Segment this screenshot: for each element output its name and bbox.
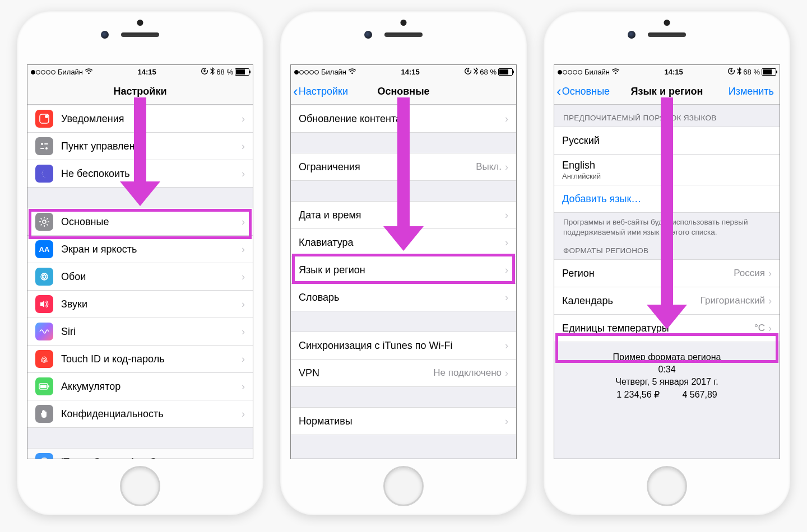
example-time: 0:34 (560, 365, 774, 375)
control-center-icon (35, 137, 53, 155)
chevron-right-icon: › (505, 292, 508, 304)
back-label: Основные (562, 86, 610, 97)
row-temperature-units[interactable]: Единицы температуры °C › (554, 315, 780, 342)
svg-point-7 (43, 220, 46, 223)
example-num1: 1 234,56 ₽ (616, 389, 660, 400)
row-detail: °C (754, 323, 768, 334)
row-itunes[interactable]: A iTunes Store и App Store › (27, 448, 253, 459)
row-vpn[interactable]: VPN Не подключено › (291, 360, 516, 387)
nav-bar: Настройки (27, 78, 253, 105)
row-datetime[interactable]: Дата и время › (291, 201, 516, 229)
row-control-center[interactable]: Пункт управления › (27, 133, 253, 160)
proximity-sensor (664, 20, 670, 26)
row-touchid[interactable]: Touch ID и код-пароль › (27, 346, 253, 373)
row-label: Язык и регион (299, 264, 505, 276)
row-language-region[interactable]: Язык и регион › (291, 256, 516, 284)
home-button[interactable] (383, 466, 424, 506)
chevron-right-icon: › (242, 216, 245, 228)
row-label: Основные (61, 216, 242, 228)
appstore-icon: A (35, 453, 53, 459)
status-time: 14:15 (620, 68, 727, 76)
home-button[interactable] (647, 466, 687, 506)
row-label: Пункт управления (61, 141, 242, 152)
row-detail: Выкл. (476, 161, 505, 172)
battery-icon (498, 68, 513, 76)
svg-rect-0 (204, 70, 206, 72)
chevron-right-icon: › (505, 209, 508, 221)
svg-point-5 (45, 147, 48, 150)
row-general[interactable]: Основные › (27, 208, 253, 236)
row-add-language[interactable]: Добавить язык… (554, 185, 780, 213)
chevron-right-icon: › (242, 244, 245, 255)
row-wallpaper[interactable]: Обои › (27, 263, 253, 291)
row-content-update[interactable]: Обновление контента › (291, 105, 516, 133)
svg-line-14 (41, 224, 42, 225)
chevron-right-icon: › (242, 113, 245, 125)
rotation-lock-icon (464, 67, 472, 77)
display-icon: AA (35, 240, 53, 258)
row-notifications[interactable]: Уведомления › (27, 105, 253, 133)
chevron-right-icon: › (768, 323, 772, 334)
row-label: Регион (562, 268, 734, 279)
row-battery[interactable]: Аккумулятор › (27, 373, 253, 400)
chevron-right-icon: › (768, 268, 772, 279)
row-region[interactable]: Регион Россия › (554, 259, 780, 287)
screen-language-region: Билайн 14:15 68 % ‹ Основные Язык и реги… (554, 64, 780, 459)
home-button[interactable] (120, 466, 160, 506)
row-label: Русский (562, 135, 772, 147)
edit-button[interactable]: Изменить (729, 86, 780, 97)
siri-icon (35, 323, 53, 340)
bluetooth-icon (474, 67, 478, 77)
section-header-languages: ПРЕДПОЧИТАЕМЫЙ ПОРЯДОК ЯЗЫКОВ (554, 105, 780, 127)
sounds-icon (35, 295, 53, 313)
signal-dots-icon (558, 68, 583, 76)
svg-rect-4 (44, 143, 48, 144)
example-num2: 4 567,89 (682, 390, 717, 400)
row-itunes-sync[interactable]: Синхронизация с iTunes по Wi-Fi › (291, 332, 516, 360)
row-label: Siri (61, 326, 242, 338)
status-bar: Билайн 14:15 68 % (554, 65, 780, 78)
svg-line-12 (41, 218, 42, 220)
chevron-left-icon: ‹ (293, 84, 298, 99)
region-format-example: Пример формата региона 0:34 Четверг, 5 я… (554, 342, 780, 410)
chevron-right-icon: › (242, 141, 245, 152)
back-button[interactable]: ‹ Настройки (291, 84, 348, 99)
row-display[interactable]: AA Экран и яркость › (27, 236, 253, 263)
example-date: Четверг, 5 января 2017 г. (560, 377, 774, 387)
nav-bar: ‹ Основные Язык и регион Изменить (554, 78, 780, 105)
row-label: English Английский (562, 160, 772, 180)
row-language-english[interactable]: English Английский (554, 155, 780, 185)
carrier-label: Билайн (58, 68, 83, 76)
row-label: Дата и время (299, 209, 505, 221)
chevron-right-icon: › (242, 381, 245, 393)
row-sounds[interactable]: Звуки › (27, 291, 253, 318)
row-language-russian[interactable]: Русский (554, 127, 780, 155)
chevron-right-icon: › (242, 168, 245, 180)
hand-icon (35, 405, 53, 423)
row-detail: Григорианский (701, 295, 768, 306)
svg-line-13 (47, 224, 48, 225)
row-calendar[interactable]: Календарь Григорианский › (554, 287, 780, 315)
row-dictionary[interactable]: Словарь › (291, 284, 516, 311)
row-label: Звуки (61, 298, 242, 310)
svg-point-2 (45, 115, 48, 118)
row-privacy[interactable]: Конфиденциальность › (27, 400, 253, 428)
row-label: iTunes Store и App Store (61, 456, 242, 460)
row-label: Не беспокоить (61, 168, 242, 180)
row-restrictions[interactable]: Ограничения Выкл. › (291, 153, 516, 181)
back-button[interactable]: ‹ Основные (554, 84, 610, 99)
example-title: Пример формата региона (560, 352, 774, 362)
screen-settings-root: Билайн 14:15 68 % Настройки (27, 64, 253, 459)
svg-rect-22 (48, 385, 49, 388)
phone-frame-1: Билайн 14:15 68 % Настройки (17, 11, 263, 515)
row-label: Обновление контента (299, 113, 505, 125)
row-siri[interactable]: Siri › (27, 318, 253, 346)
row-regulatory[interactable]: Нормативы › (291, 407, 516, 435)
row-label: Аккумулятор (61, 381, 242, 393)
battery-row-icon (35, 377, 53, 395)
proximity-sensor (401, 20, 407, 26)
row-detail: Не подключено (433, 367, 505, 379)
row-keyboard[interactable]: Клавиатура › (291, 229, 516, 256)
row-dnd[interactable]: Не беспокоить › (27, 160, 253, 188)
svg-text:A: A (42, 459, 47, 459)
